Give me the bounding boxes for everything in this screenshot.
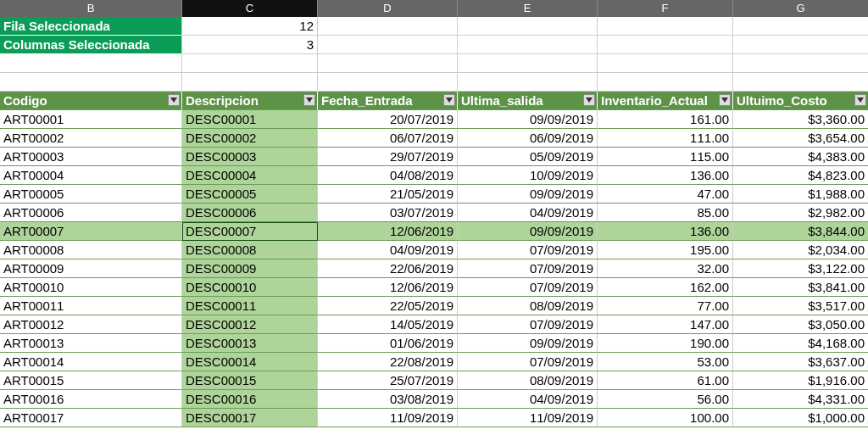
col-header-F[interactable]: F	[598, 0, 733, 17]
table-cell[interactable]: DESC00006	[182, 204, 318, 222]
table-cell[interactable]: 09/09/2019	[458, 110, 598, 129]
table-cell[interactable]: ART00005	[0, 185, 182, 204]
table-cell[interactable]: $3,844.00	[733, 222, 868, 241]
table-cell[interactable]: 07/09/2019	[458, 259, 598, 278]
cell-blank[interactable]	[598, 17, 733, 36]
table-cell[interactable]: DESC00003	[182, 148, 318, 166]
cell-blank[interactable]	[318, 17, 458, 36]
cell-blank[interactable]	[733, 54, 868, 73]
table-cell[interactable]: 136.00	[598, 166, 733, 185]
cell-blank[interactable]	[598, 73, 733, 92]
table-cell[interactable]: 47.00	[598, 185, 733, 204]
cell-blank[interactable]	[733, 17, 868, 36]
table-cell[interactable]: 03/07/2019	[318, 204, 458, 222]
col-header-B[interactable]: B	[0, 0, 182, 17]
table-cell[interactable]: 29/07/2019	[318, 148, 458, 166]
table-cell[interactable]: 162.00	[598, 278, 733, 297]
filter-dropdown-icon[interactable]	[443, 94, 455, 106]
filter-dropdown-icon[interactable]	[719, 94, 731, 106]
table-cell[interactable]: DESC00011	[182, 297, 318, 315]
cell-blank[interactable]	[318, 54, 458, 73]
table-cell[interactable]: DESC00001	[182, 110, 318, 129]
table-cell[interactable]: 07/09/2019	[458, 353, 598, 371]
col-header-G[interactable]: G	[733, 0, 868, 17]
table-cell[interactable]: $1,916.00	[733, 371, 868, 390]
table-cell[interactable]: 20/07/2019	[318, 110, 458, 129]
cell-blank[interactable]	[458, 54, 598, 73]
cell-blank[interactable]	[598, 54, 733, 73]
table-cell[interactable]: DESC00014	[182, 353, 318, 371]
header-fecha-entrada[interactable]: Fecha_Entrada	[318, 92, 458, 110]
cell-blank[interactable]	[733, 36, 868, 54]
fila-value[interactable]: 12	[182, 17, 318, 36]
header-codigo[interactable]: Codigo	[0, 92, 182, 110]
table-cell[interactable]: 190.00	[598, 334, 733, 353]
table-cell[interactable]: 07/09/2019	[458, 278, 598, 297]
table-cell[interactable]: 147.00	[598, 315, 733, 334]
header-costo[interactable]: Ultuimo_Costo	[733, 92, 868, 110]
table-cell[interactable]: 136.00	[598, 222, 733, 241]
table-cell[interactable]: 56.00	[598, 390, 733, 409]
table-cell[interactable]: 77.00	[598, 297, 733, 315]
table-cell[interactable]: 03/08/2019	[318, 390, 458, 409]
table-cell[interactable]: $4,383.00	[733, 148, 868, 166]
table-cell[interactable]: 32.00	[598, 259, 733, 278]
table-cell[interactable]: $3,841.00	[733, 278, 868, 297]
cell-blank[interactable]	[458, 36, 598, 54]
table-cell[interactable]: ART00017	[0, 409, 182, 427]
table-cell[interactable]: 11/09/2019	[318, 409, 458, 427]
table-cell[interactable]: 14/05/2019	[318, 315, 458, 334]
table-cell[interactable]: 09/09/2019	[458, 334, 598, 353]
header-ultima-salida[interactable]: Ultima_salida	[458, 92, 598, 110]
table-cell[interactable]: ART00011	[0, 297, 182, 315]
table-cell[interactable]: 111.00	[598, 129, 733, 148]
table-cell[interactable]: $1,000.00	[733, 409, 868, 427]
table-cell[interactable]: ART00009	[0, 259, 182, 278]
table-cell[interactable]: 12/06/2019	[318, 278, 458, 297]
table-cell[interactable]: 11/09/2019	[458, 409, 598, 427]
table-cell[interactable]: ART00003	[0, 148, 182, 166]
cell-blank[interactable]	[318, 73, 458, 92]
cell-blank[interactable]	[458, 73, 598, 92]
table-cell[interactable]: ART00015	[0, 371, 182, 390]
table-cell[interactable]: $2,034.00	[733, 241, 868, 259]
table-cell[interactable]: ART00016	[0, 390, 182, 409]
table-cell[interactable]: 25/07/2019	[318, 371, 458, 390]
table-cell[interactable]: 01/06/2019	[318, 334, 458, 353]
table-cell[interactable]: DESC00016	[182, 390, 318, 409]
table-cell[interactable]: 10/09/2019	[458, 166, 598, 185]
cell-blank[interactable]	[598, 36, 733, 54]
table-cell[interactable]: DESC00012	[182, 315, 318, 334]
table-cell[interactable]: 53.00	[598, 353, 733, 371]
table-cell[interactable]: DESC00004	[182, 166, 318, 185]
header-inventario[interactable]: Inventario_Actual	[598, 92, 733, 110]
table-cell[interactable]: 09/09/2019	[458, 222, 598, 241]
table-cell[interactable]: DESC00008	[182, 241, 318, 259]
table-cell[interactable]: $3,637.00	[733, 353, 868, 371]
table-cell[interactable]: ART00006	[0, 204, 182, 222]
table-cell[interactable]: $4,823.00	[733, 166, 868, 185]
cell-blank[interactable]	[182, 73, 318, 92]
table-cell[interactable]: DESC00017	[182, 409, 318, 427]
table-cell[interactable]: 161.00	[598, 110, 733, 129]
table-cell[interactable]: ART00012	[0, 315, 182, 334]
table-cell[interactable]: DESC00015	[182, 371, 318, 390]
table-cell[interactable]: ART00001	[0, 110, 182, 129]
table-cell[interactable]: 08/09/2019	[458, 371, 598, 390]
table-cell[interactable]: 61.00	[598, 371, 733, 390]
table-cell[interactable]: 07/09/2019	[458, 315, 598, 334]
col-header-C[interactable]: C	[182, 0, 318, 17]
table-cell[interactable]: 09/09/2019	[458, 185, 598, 204]
table-cell[interactable]: $3,517.00	[733, 297, 868, 315]
table-cell[interactable]: $2,982.00	[733, 204, 868, 222]
table-cell[interactable]: 22/06/2019	[318, 259, 458, 278]
table-cell[interactable]: 04/09/2019	[458, 390, 598, 409]
table-cell[interactable]: $3,654.00	[733, 129, 868, 148]
table-cell[interactable]: 04/09/2019	[458, 204, 598, 222]
table-cell[interactable]: 195.00	[598, 241, 733, 259]
table-cell[interactable]: ART00008	[0, 241, 182, 259]
cell-blank[interactable]	[318, 36, 458, 54]
table-cell[interactable]: DESC00002	[182, 129, 318, 148]
table-cell[interactable]: 22/05/2019	[318, 297, 458, 315]
col-header-E[interactable]: E	[458, 0, 598, 17]
